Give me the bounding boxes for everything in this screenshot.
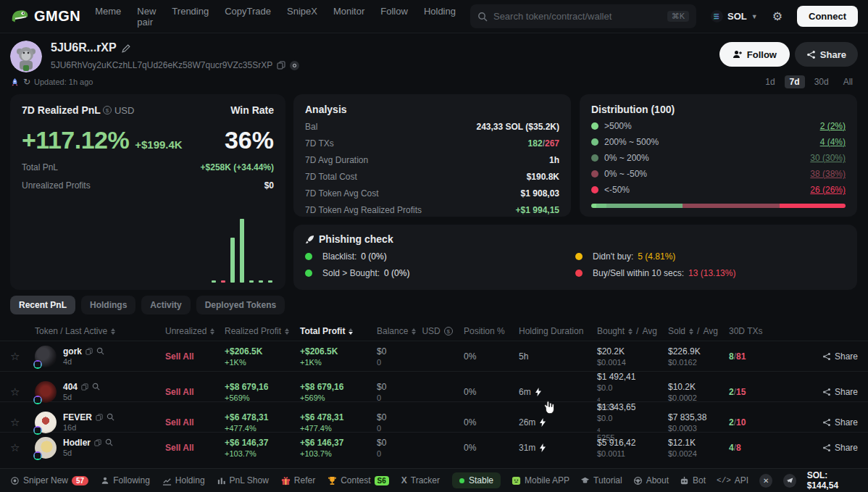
header-total-profit[interactable]: Total Profit: [300, 326, 377, 336]
explorer-icon[interactable]: [290, 61, 299, 70]
currency-toggle-icon[interactable]: $: [103, 106, 112, 114]
table-row-404[interactable]: ☆ 404 5d Sell All +$8 679,16+569% +$8 67…: [0, 371, 868, 401]
row-share-button[interactable]: Share: [797, 443, 858, 453]
sell-all-button[interactable]: Sell All: [165, 443, 225, 453]
sold: $7 835,38: [668, 412, 729, 422]
header-sold-avg[interactable]: Sold/Avg: [668, 326, 729, 336]
balance: $0: [377, 438, 464, 448]
tab-activity[interactable]: Activity: [141, 296, 190, 314]
code-icon: </>: [717, 476, 731, 485]
star-icon[interactable]: ☆: [10, 385, 35, 399]
nav-item-snipex[interactable]: SnipeX: [287, 6, 317, 28]
sort-icon: [689, 328, 693, 335]
footer-sniper-new[interactable]: Sniper New 57: [10, 475, 88, 485]
footer-pnl-show[interactable]: PnL Show: [217, 475, 269, 485]
token-name[interactable]: gork: [63, 346, 82, 357]
token-avg-cost-label: 7D Token Avg Cost: [305, 188, 379, 199]
nav-item-monitor[interactable]: Monitor: [333, 6, 364, 28]
footer-mobile-app[interactable]: Mobile APP: [512, 475, 569, 485]
nav-item-trending[interactable]: Trending: [172, 6, 209, 28]
token-name[interactable]: FEVER: [63, 412, 92, 422]
row-share-button[interactable]: Share: [797, 417, 858, 428]
header-bought-avg[interactable]: Bought/Avg: [597, 326, 668, 336]
search-input[interactable]: Search token/contract/wallet ⌘K: [470, 4, 696, 28]
search-icon[interactable]: [96, 347, 104, 355]
edit-pencil-icon[interactable]: [122, 43, 131, 53]
settings-gear-icon[interactable]: ⚙: [772, 11, 783, 22]
nav-item-holding[interactable]: Holding: [424, 6, 456, 28]
period-30d[interactable]: 30d: [809, 75, 834, 88]
sell-all-button[interactable]: Sell All: [165, 417, 225, 428]
wallet-address[interactable]: 5JU6RhVoy2uKCzhLL7qUd26eKz58W7qucr9VZc35…: [51, 60, 272, 70]
header-balance-usd[interactable]: BalanceUSD$: [377, 326, 464, 336]
token-name[interactable]: Hodler: [63, 438, 91, 448]
search-icon[interactable]: [107, 413, 114, 421]
currency-label[interactable]: USD: [114, 105, 134, 116]
dist-value[interactable]: 30 (30%): [810, 153, 846, 163]
follow-button[interactable]: Follow: [719, 42, 790, 67]
x-social-icon[interactable]: ✕: [759, 474, 772, 488]
connect-button[interactable]: Connect: [797, 6, 858, 27]
table-row-gork[interactable]: ☆ gork 4d Sell All +$206.5K+1K% +$206.5K…: [0, 341, 868, 371]
search-icon[interactable]: [105, 438, 113, 446]
footer-refer[interactable]: Refer: [281, 475, 315, 485]
footer-following[interactable]: Following: [101, 475, 150, 485]
nav-item-meme[interactable]: Meme: [95, 6, 121, 28]
token-name[interactable]: 404: [63, 382, 78, 392]
period-1d[interactable]: 1d: [760, 75, 780, 88]
refresh-icon[interactable]: ↻: [23, 77, 30, 87]
footer-tutorial[interactable]: Tutorial: [580, 475, 622, 485]
dist-value[interactable]: 26 (26%): [810, 185, 846, 195]
nav-item-follow[interactable]: Follow: [380, 6, 408, 28]
txs-30d: 4/8: [729, 443, 797, 453]
nav-item-new-pair[interactable]: New pair: [137, 6, 156, 28]
row-share-button[interactable]: Share: [797, 387, 858, 397]
tab-recent-pnl[interactable]: Recent PnL: [10, 296, 75, 314]
distribution-bar-segment: [683, 204, 779, 208]
copy-icon[interactable]: [96, 414, 103, 421]
footer-about[interactable]: About: [633, 475, 669, 485]
header-unrealized[interactable]: Unrealized: [165, 326, 225, 336]
network-status[interactable]: Stable: [452, 472, 501, 488]
period-7d[interactable]: 7d: [785, 75, 805, 88]
table-row-hodler[interactable]: ☆ Hodler 5d Sell All +$6 146,37+103.7% +…: [0, 432, 868, 462]
dist-value[interactable]: 38 (38%): [810, 169, 846, 179]
txs-30d: 8/81: [729, 351, 797, 362]
daily-pnl-mini-chart: [212, 216, 272, 283]
phish-label: Buy/Sell within 10 secs:: [593, 268, 684, 278]
sell-all-button[interactable]: Sell All: [165, 351, 225, 362]
telegram-icon[interactable]: [783, 474, 796, 488]
share-icon: [822, 443, 831, 452]
dist-value[interactable]: 2 (2%): [820, 121, 846, 131]
period-all[interactable]: All: [838, 75, 858, 88]
star-icon[interactable]: ☆: [10, 441, 35, 454]
dist-value[interactable]: 4 (4%): [820, 137, 846, 147]
holding-duration: 31m: [519, 443, 535, 453]
header-realized-profit[interactable]: Realized Profit: [225, 326, 300, 336]
footer-holding[interactable]: Holding: [162, 475, 205, 485]
header-token-last-active[interactable]: Token / Last Active: [35, 326, 165, 336]
footer-tracker[interactable]: X Tracker: [401, 475, 440, 485]
chain-selector[interactable]: SOL ▼: [711, 10, 758, 22]
gmgn-logo[interactable]: GMGN: [10, 7, 80, 26]
sell-all-button[interactable]: Sell All: [165, 387, 225, 397]
search-icon[interactable]: [92, 383, 100, 391]
position-percent: 0%: [464, 443, 519, 453]
table-row-fever[interactable]: ☆ FEVER 16d Sell All +$6 478,31+477.4% +…: [0, 401, 868, 432]
footer-contest[interactable]: Contest S6: [327, 475, 389, 485]
nav-item-copytrade[interactable]: CopyTrade: [225, 6, 271, 28]
usd-toggle-icon[interactable]: $: [444, 327, 453, 335]
copy-icon[interactable]: [85, 348, 93, 355]
star-icon[interactable]: ☆: [10, 416, 35, 429]
share-button[interactable]: Share: [795, 42, 858, 67]
tab-deployed-tokens[interactable]: Deployed Tokens: [196, 296, 285, 314]
copy-icon[interactable]: [94, 439, 101, 446]
tab-holdings[interactable]: Holdings: [81, 296, 135, 314]
footer-bot[interactable]: Bot: [680, 475, 706, 485]
copy-address-icon[interactable]: [277, 61, 285, 70]
row-share-button[interactable]: Share: [797, 351, 858, 362]
star-icon[interactable]: ☆: [10, 350, 35, 363]
footer-api[interactable]: </> API: [717, 475, 748, 485]
sol-price: SOL: $144,54: [807, 470, 858, 491]
copy-icon[interactable]: [81, 383, 88, 391]
